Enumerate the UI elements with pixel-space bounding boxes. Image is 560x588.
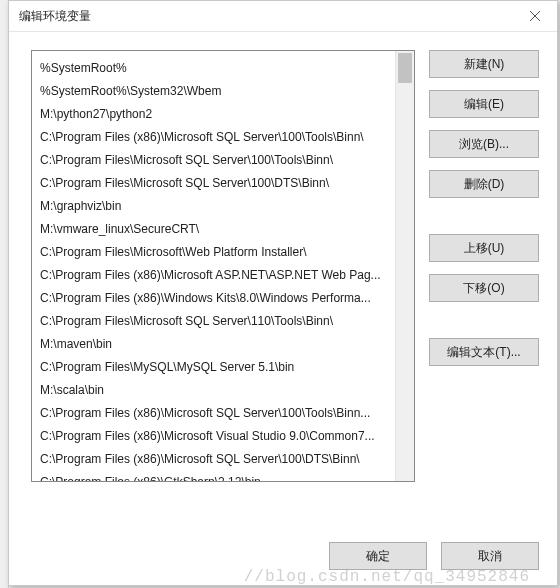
list-item[interactable]: C:\Program Files (x86)\Microsoft ASP.NET… (40, 264, 412, 287)
path-listbox[interactable]: %SystemRoot%%SystemRoot%\System32\WbemM:… (31, 50, 415, 482)
list-item[interactable]: %SystemRoot% (40, 57, 412, 80)
list-item[interactable]: C:\Program Files (x86)\Windows Kits\8.0\… (40, 287, 412, 310)
svg-line-0 (530, 11, 540, 21)
scrollbar-thumb[interactable] (398, 53, 412, 83)
list-item[interactable]: C:\Program Files\MySQL\MySQL Server 5.1\… (40, 356, 412, 379)
dialog-title: 编辑环境变量 (19, 8, 513, 25)
scrollbar[interactable] (395, 51, 414, 481)
edit-button[interactable]: 编辑(E) (429, 90, 539, 118)
list-item[interactable]: C:\Program Files (x86)\Microsoft SQL Ser… (40, 448, 412, 471)
list-item[interactable]: M:\graphviz\bin (40, 195, 412, 218)
close-icon (530, 11, 540, 21)
list-item[interactable]: C:\Program Files\Microsoft\Web Platform … (40, 241, 412, 264)
move-up-button[interactable]: 上移(U) (429, 234, 539, 262)
env-var-dialog: 编辑环境变量 %SystemRoot%%SystemRoot%\System32… (8, 0, 558, 586)
titlebar: 编辑环境变量 (9, 1, 557, 32)
list-item[interactable]: M:\maven\bin (40, 333, 412, 356)
dialog-body: %SystemRoot%%SystemRoot%\System32\WbemM:… (9, 32, 557, 527)
side-button-column: 新建(N) 编辑(E) 浏览(B)... 删除(D) 上移(U) 下移(O) 编… (429, 50, 539, 527)
close-button[interactable] (513, 1, 557, 31)
list-item[interactable]: M:\scala\bin (40, 379, 412, 402)
list-item[interactable]: C:\Program Files\Microsoft SQL Server\10… (40, 149, 412, 172)
browse-button[interactable]: 浏览(B)... (429, 130, 539, 158)
list-item[interactable]: M:\python27\python2 (40, 103, 412, 126)
svg-line-1 (530, 11, 540, 21)
list-item[interactable]: C:\Program Files (x86)\Microsoft SQL Ser… (40, 402, 412, 425)
delete-button[interactable]: 删除(D) (429, 170, 539, 198)
cancel-button[interactable]: 取消 (441, 542, 539, 570)
list-item[interactable]: C:\Program Files\Microsoft SQL Server\11… (40, 310, 412, 333)
list-item[interactable]: %SystemRoot%\System32\Wbem (40, 80, 412, 103)
move-down-button[interactable]: 下移(O) (429, 274, 539, 302)
list-item[interactable]: C:\Program Files\Microsoft SQL Server\10… (40, 172, 412, 195)
dialog-footer: 确定 取消 (9, 527, 557, 585)
list-item[interactable]: C:\Program Files (x86)\Microsoft SQL Ser… (40, 126, 412, 149)
new-button[interactable]: 新建(N) (429, 50, 539, 78)
list-item[interactable]: C:\Program Files (x86)\Microsoft Visual … (40, 425, 412, 448)
ok-button[interactable]: 确定 (329, 542, 427, 570)
edit-text-button[interactable]: 编辑文本(T)... (429, 338, 539, 366)
path-list: %SystemRoot%%SystemRoot%\System32\WbemM:… (32, 51, 414, 481)
list-item[interactable]: C:\Program Files (x86)\GtkSharp\2.12\bin (40, 471, 412, 481)
list-item[interactable]: M:\vmware_linux\SecureCRT\ (40, 218, 412, 241)
